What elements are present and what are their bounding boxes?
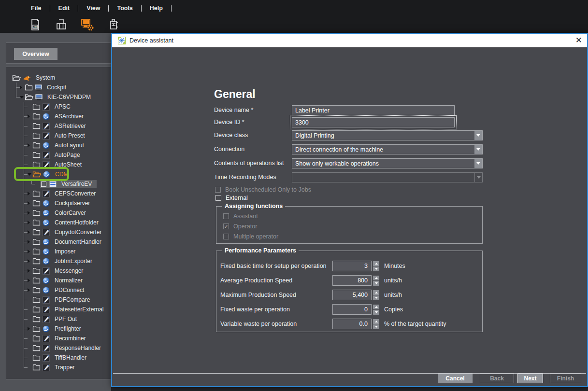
performance-value-input[interactable]: 5,400	[332, 290, 372, 300]
tree-item-autosheet[interactable]: AutoSheet	[6, 160, 111, 169]
device-class-select[interactable]: Digital Printing	[292, 130, 483, 140]
spinner-down-icon[interactable]	[373, 266, 379, 271]
expand-arrow[interactable]	[20, 92, 25, 102]
tree-item-versafireev[interactable]: VersafireEV	[6, 179, 111, 189]
checkbox-icon[interactable]	[215, 195, 221, 201]
tree-item-cepsconverter[interactable]: CEPSConverter	[6, 189, 111, 198]
spinner-up-icon[interactable]	[373, 319, 379, 324]
tree-item-cockpit[interactable]: Cockpit	[6, 83, 111, 92]
tree-item-asretriever[interactable]: ASRetriever	[6, 121, 111, 131]
tree-item-normalizer[interactable]: Normalizer	[6, 276, 111, 285]
performance-row: Average Production Speed800units/h	[216, 273, 482, 288]
checkbox-icon	[223, 234, 229, 239]
expand-arrow[interactable]	[28, 237, 32, 247]
expand-arrow[interactable]	[28, 256, 32, 266]
finish-button: Finish	[550, 374, 581, 383]
expand-arrow[interactable]	[28, 169, 32, 179]
expand-arrow[interactable]	[28, 285, 32, 295]
tree-item-label: APSC	[55, 103, 71, 110]
device-name-input[interactable]	[292, 105, 455, 115]
device-id-input[interactable]	[292, 117, 455, 127]
folder-icon	[32, 258, 41, 265]
tree-connector-stub	[24, 280, 28, 281]
tree-item-pdconnect[interactable]: PDConnect	[6, 285, 111, 295]
spinner-down-icon[interactable]	[373, 295, 379, 300]
ball-icon	[43, 277, 50, 284]
device-settings-icon[interactable]	[80, 17, 95, 32]
expand-arrow[interactable]	[28, 247, 32, 256]
chevron-down-icon[interactable]	[474, 131, 482, 140]
menu-edit[interactable]: Edit	[55, 4, 74, 13]
spinner-down-icon[interactable]	[373, 324, 379, 329]
tree-item-autolayout[interactable]: AutoLayout	[6, 140, 111, 150]
performance-row: Maximum Production Speed5,400units/h	[216, 288, 482, 302]
tree-item-recombiner[interactable]: Recombiner	[6, 334, 111, 343]
menu-view[interactable]: View	[83, 4, 104, 13]
report-abc-icon[interactable]: ABC	[28, 17, 43, 32]
tree-item-contenthotfolder[interactable]: ContentHotfolder	[6, 218, 111, 227]
tree-connector-stub	[31, 184, 35, 184]
expand-arrow[interactable]	[28, 324, 32, 334]
expand-arrow[interactable]	[28, 218, 32, 227]
device-id-label: Device ID *	[214, 117, 244, 127]
tab-overview[interactable]: Overview	[14, 48, 57, 60]
machine-icon[interactable]	[106, 17, 121, 32]
menu-divider	[141, 5, 142, 12]
pen-icon	[43, 316, 50, 323]
expand-arrow[interactable]	[20, 83, 25, 92]
external-checkbox-row[interactable]: External	[215, 194, 248, 202]
tree-item-autopage[interactable]: AutoPage	[6, 150, 111, 160]
tree-item-imposer[interactable]: Imposer	[6, 247, 111, 256]
tree-item-trapper[interactable]: Trapper	[6, 363, 111, 372]
tree-item-ppf-out[interactable]: PPF Out	[6, 314, 111, 324]
performance-value-input[interactable]: 3	[332, 261, 372, 271]
expand-arrow[interactable]	[28, 276, 32, 285]
expand-arrow[interactable]	[28, 112, 32, 121]
spinner-down-icon[interactable]	[373, 281, 379, 286]
tree-item-auto-preset[interactable]: Auto Preset	[6, 131, 111, 140]
tree-item-pdfcompare[interactable]: PDFCompare	[6, 295, 111, 305]
tree-item-asarchiver[interactable]: ASArchiver	[6, 112, 111, 121]
next-button[interactable]: Next	[517, 374, 543, 383]
expand-arrow[interactable]	[28, 198, 32, 208]
tree-item-apsc[interactable]: APSC	[6, 102, 111, 112]
performance-value-input[interactable]: 0.0	[332, 319, 372, 329]
chevron-down-icon[interactable]	[474, 145, 482, 154]
expand-arrow[interactable]	[28, 189, 32, 198]
cancel-button[interactable]: Cancel	[438, 374, 473, 383]
spinner-down-icon[interactable]	[373, 310, 379, 315]
expand-arrow[interactable]	[28, 266, 32, 276]
tree-item-jobimexporter[interactable]: JobImExporter	[6, 256, 111, 266]
menu-tools[interactable]: Tools	[113, 4, 136, 13]
close-icon[interactable]: ✕	[575, 35, 582, 46]
chevron-down-icon[interactable]	[474, 159, 482, 168]
tree-item-platesetterexternal[interactable]: PlatesetterExternal	[6, 305, 111, 314]
spinner-up-icon[interactable]	[373, 261, 379, 266]
expand-arrow[interactable]	[28, 227, 32, 237]
printer-output-icon[interactable]	[54, 17, 69, 32]
tree-item-preflighter[interactable]: Preflighter	[6, 324, 111, 334]
expand-arrow[interactable]	[28, 140, 32, 150]
menu-file[interactable]: File	[27, 4, 45, 13]
operations-list-select[interactable]: Show only workable operations	[292, 158, 483, 168]
tree-checkbox[interactable]	[41, 182, 46, 187]
spinner-up-icon[interactable]	[373, 305, 379, 309]
tree-item-cockpitserver[interactable]: Cockpitserver	[6, 198, 111, 208]
spinner-up-icon[interactable]	[373, 290, 379, 295]
tree-item-tiffbhandler[interactable]: TiffBHandler	[6, 353, 111, 363]
tree-item-messenger[interactable]: Messenger	[6, 266, 111, 276]
tree-item-responsehandler[interactable]: ResponseHandler	[6, 343, 111, 353]
tree-item-cdm[interactable]: CDM	[6, 169, 111, 179]
menu-help[interactable]: Help	[146, 4, 167, 13]
tree-item-copydotconverter[interactable]: CopydotConverter	[6, 227, 111, 237]
expand-arrow[interactable]	[28, 208, 32, 218]
tree-item-system[interactable]: System	[6, 73, 111, 83]
tree-item-colorcarver[interactable]: ColorCarver	[6, 208, 111, 218]
performance-value-input[interactable]: 0	[332, 304, 372, 315]
tree-item-kie-c6vpndpm[interactable]: KIE-C6VPNDPM	[6, 92, 111, 102]
spinner-up-icon[interactable]	[373, 276, 379, 280]
connection-select[interactable]: Direct connection of the machine	[292, 144, 483, 154]
tree-item-documenthandler[interactable]: DocumentHandler	[6, 237, 111, 247]
folder-icon	[32, 132, 41, 139]
performance-value-input[interactable]: 800	[332, 275, 372, 286]
